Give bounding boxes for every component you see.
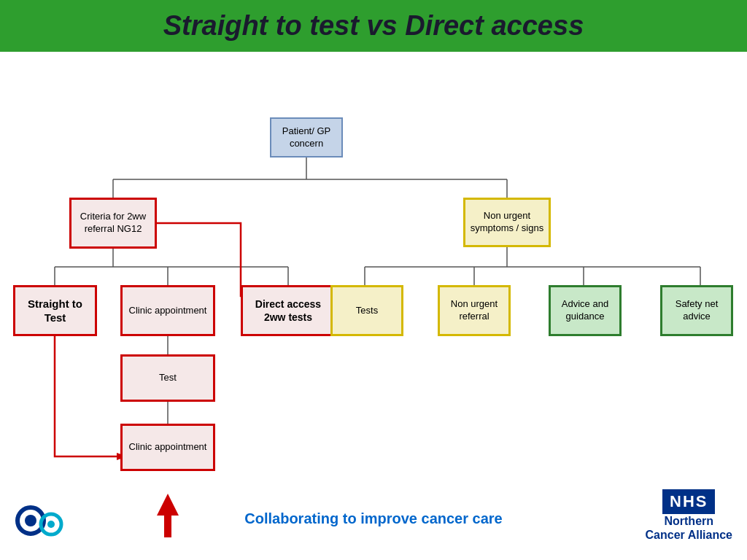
patient-gp-label: Patient/ GP concern: [276, 125, 337, 150]
patient-gp-box: Patient/ GP concern: [270, 117, 343, 158]
page-title: Straight to test vs Direct access: [15, 10, 732, 42]
direct-access-label: Direct access 2ww tests: [247, 298, 329, 324]
direct-access-box: Direct access 2ww tests: [241, 285, 336, 336]
footer: Collaborating to improve cancer care NHS…: [0, 489, 747, 548]
safety-net-box: Safety net advice: [660, 285, 733, 336]
svg-marker-23: [157, 494, 179, 537]
down-arrow: [153, 494, 182, 540]
advice-guidance-label: Advice and guidance: [555, 298, 615, 323]
test-box: Test: [120, 354, 215, 402]
footer-tagline: Collaborating to improve cancer care: [244, 510, 502, 527]
safety-net-label: Safety net advice: [667, 298, 727, 323]
advice-guidance-box: Advice and guidance: [549, 285, 622, 336]
nhs-logo: NHS NorthernCancer Alliance: [646, 489, 732, 542]
diagram-area: Patient/ GP concern Criteria for 2ww ref…: [0, 52, 747, 548]
test-label: Test: [159, 372, 177, 384]
tests-label: Tests: [356, 305, 378, 317]
clinic-appt-2-label: Clinic appointment: [129, 441, 207, 454]
macmillan-logo: [15, 499, 66, 539]
nhs-org-name: NorthernCancer Alliance: [646, 514, 732, 542]
non-urgent-referral-label: Non urgent referral: [444, 298, 504, 323]
tests-box: Tests: [330, 285, 403, 336]
clinic-appointment-1-box: Clinic appointment: [120, 285, 215, 336]
straight-to-test-label: Straight to Test: [20, 297, 90, 325]
svg-point-20: [25, 515, 36, 526]
nhs-badge: NHS: [662, 489, 715, 514]
header: Straight to test vs Direct access: [0, 0, 747, 52]
non-urgent-referral-box: Non urgent referral: [438, 285, 511, 336]
criteria-label: Criteria for 2ww referral NG12: [76, 211, 150, 236]
clinic-appointment-2-box: Clinic appointment: [120, 424, 215, 471]
non-urgent-symptoms-label: Non urgent symptoms / signs: [470, 210, 544, 235]
straight-to-test-box: Straight to Test: [13, 285, 97, 336]
non-urgent-symptoms-box: Non urgent symptoms / signs: [463, 198, 551, 247]
criteria-2ww-box: Criteria for 2ww referral NG12: [69, 198, 157, 249]
svg-point-22: [47, 521, 55, 528]
clinic-appt-1-label: Clinic appointment: [129, 305, 207, 317]
